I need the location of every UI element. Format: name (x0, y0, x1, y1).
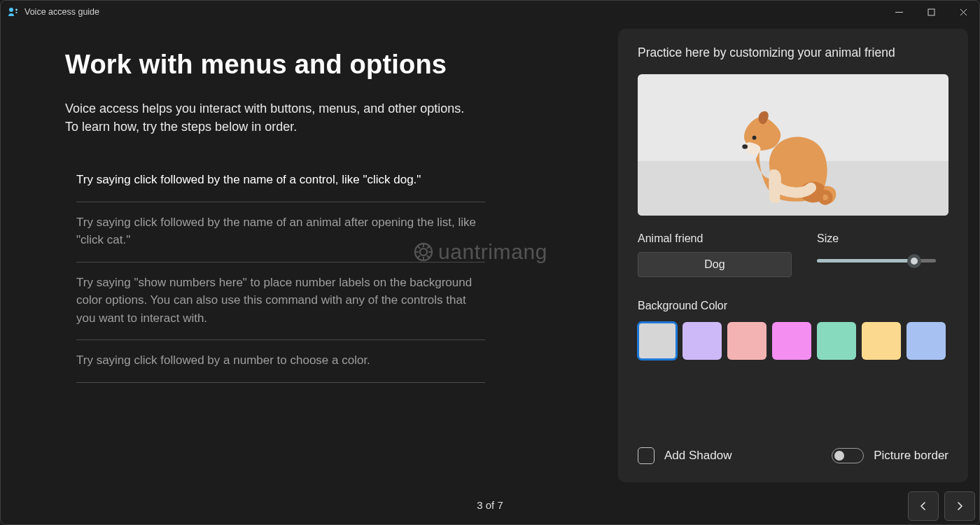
color-swatch[interactable] (817, 322, 856, 360)
app-icon (8, 6, 19, 18)
practice-title: Practice here by customizing your animal… (638, 46, 948, 60)
animal-friend-label: Animal friend (638, 232, 792, 245)
window-controls (883, 1, 979, 23)
svg-point-0 (9, 8, 13, 12)
add-shadow-option: Add Shadow (638, 447, 732, 464)
minimize-icon (895, 8, 903, 16)
options-row: Add Shadow Picture border (638, 447, 948, 464)
chevron-right-icon (955, 501, 965, 511)
close-button[interactable] (947, 1, 979, 23)
picture-border-option: Picture border (832, 448, 948, 463)
animal-friend-dropdown[interactable]: Dog (638, 252, 792, 277)
maximize-button[interactable] (915, 1, 947, 23)
add-shadow-label: Add Shadow (664, 449, 732, 463)
close-icon (960, 8, 967, 16)
color-swatch[interactable] (772, 322, 811, 360)
maximize-icon (927, 8, 935, 16)
pager-buttons (908, 491, 975, 521)
add-shadow-checkbox[interactable] (638, 447, 654, 464)
dog-illustration (739, 97, 848, 209)
minimize-button[interactable] (883, 1, 915, 23)
page-intro: Voice access helps you interact with but… (65, 99, 478, 136)
window-title: Voice access guide (24, 7, 99, 17)
slider-thumb[interactable] (907, 254, 921, 268)
bg-color-label: Background Color (638, 300, 948, 312)
color-swatch[interactable] (862, 322, 901, 360)
prev-page-button[interactable] (908, 491, 939, 521)
animal-friend-field: Animal friend Dog (638, 232, 792, 277)
color-swatch[interactable] (727, 322, 766, 360)
svg-rect-3 (928, 9, 934, 15)
content-body: Work with menus and options Voice access… (12, 29, 968, 482)
slider-track (817, 259, 936, 262)
size-field: Size (817, 232, 936, 262)
color-swatch[interactable] (638, 322, 677, 360)
step-item[interactable]: Try saying click followed by a number to… (76, 340, 485, 383)
svg-point-2 (15, 12, 17, 13)
footer: 3 of 7 (1, 485, 979, 524)
color-swatch[interactable] (906, 322, 946, 360)
title-bar: Voice access guide (1, 1, 979, 23)
step-item[interactable]: Try saying click followed by the name of… (76, 160, 485, 202)
picture-border-toggle[interactable] (832, 448, 864, 463)
app-window: Voice access guide Work with menus and o… (0, 0, 980, 525)
animal-controls-row: Animal friend Dog Size (638, 232, 948, 277)
page-heading: Work with menus and options (65, 50, 598, 80)
chevron-left-icon (918, 501, 928, 511)
step-item[interactable]: Try saying click followed by the name of… (76, 202, 485, 262)
animal-canvas (638, 74, 948, 216)
picture-border-label: Picture border (874, 449, 948, 463)
color-swatch[interactable] (682, 322, 722, 360)
step-item[interactable]: Try saying "show numbers here" to place … (76, 262, 485, 341)
bg-color-swatches (638, 322, 948, 360)
svg-point-1 (15, 9, 18, 11)
animal-friend-value: Dog (704, 258, 724, 271)
size-slider[interactable] (817, 252, 936, 262)
size-label: Size (817, 232, 936, 245)
svg-point-6 (752, 136, 757, 140)
practice-panel: Practice here by customizing your animal… (618, 29, 968, 482)
svg-point-7 (742, 144, 748, 148)
title-bar-left: Voice access guide (8, 6, 99, 18)
toggle-knob (834, 451, 844, 461)
step-list: Try saying click followed by the name of… (65, 160, 485, 383)
page-indicator: 3 of 7 (477, 499, 503, 511)
instruction-pane: Work with menus and options Voice access… (12, 29, 598, 482)
next-page-button[interactable] (944, 491, 975, 521)
